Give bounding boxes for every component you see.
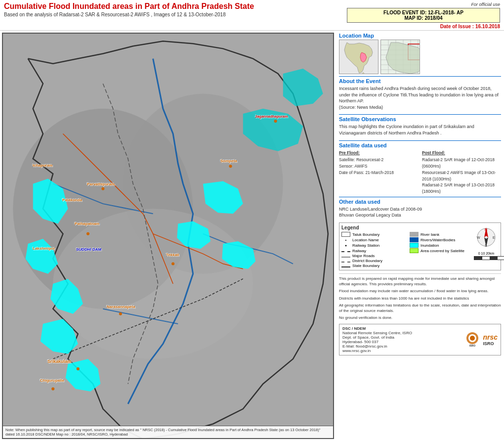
flood-event-box: FLOOD EVENT ID: 12-FL-2018- AP MAP ID: 2…	[347, 8, 500, 23]
other-data-title: Other data used	[339, 199, 501, 205]
label-pathapatnam: Pathapatnam	[75, 221, 99, 226]
pre-flood-col: Pre Flood: Satellite: Resourcesat-2 Sens…	[339, 150, 418, 195]
map-background: Srikakulam Narasannapeta Palakonda Patha…	[3, 34, 333, 438]
river-bank-symbol	[410, 232, 419, 237]
footer-org-info: DSC / NDEM National Remote Sensing Centr…	[342, 326, 412, 353]
footer-city: Hyderabad- 500 037	[342, 340, 412, 344]
isro-emblem: ISRO	[465, 331, 480, 349]
flood-event-id: FLOOD EVENT ID: 12-FL-2018- AP	[350, 10, 497, 15]
railway-station-label: Railway Station	[352, 243, 379, 248]
inundation-label: Inundation	[420, 243, 439, 248]
label-palakonda: Palakonda	[62, 198, 82, 202]
satellite-name: Satellite: Resourcesat-2	[339, 157, 418, 163]
other-data-section: Other data used NRC Landuse/Landcover Da…	[339, 199, 501, 220]
footer-org2: Dept. of Space, Govt. of India	[342, 335, 412, 340]
legend-grid: Taluk Boundary River bank • Location Nam…	[341, 232, 474, 268]
label-lakshmi: Lakshmipur	[33, 246, 55, 251]
disclaimer-section: This product is prepared on rapid mappin…	[339, 273, 501, 322]
label-srikakulam: Srikakulam	[47, 359, 71, 364]
sensor-name: Sensor: AWiFS	[339, 163, 418, 170]
footer-website: www.nrsc.gov.in	[342, 349, 412, 353]
legend-inundation: Inundation	[410, 243, 474, 248]
district-boundary-label: District Boundary	[352, 259, 382, 263]
nrsc-logo: nrsc ISRO	[483, 333, 498, 346]
post-flood-col: Post Flood: Radarsat-2 SAR Image of 12-O…	[422, 150, 501, 195]
railway-symbol	[341, 251, 350, 252]
legend-taluk-boundary: Taluk Boundary	[341, 232, 406, 237]
right-panel: Location Map	[336, 31, 504, 441]
map-id: MAP ID: 2018/04	[350, 15, 497, 21]
other-data-line2: Bhuvan Geoportal Legacy Data	[339, 212, 501, 219]
divider-sat-data	[339, 140, 501, 141]
post-flood-line3: Radarsat-2 SAR Image of 13-Oct-2018 (180…	[422, 182, 501, 195]
location-name-symbol: •	[341, 237, 350, 242]
legend-box: Legend Taluk Boundary River bank	[339, 222, 501, 270]
location-map-images	[339, 40, 501, 74]
location-name-label: Location Name	[352, 238, 379, 242]
label-tekkali: Tekkali	[166, 253, 179, 257]
pre-flood-label: Pre Flood:	[339, 150, 418, 156]
state-boundary-label: State Boundary	[352, 264, 379, 268]
divider-about	[339, 76, 501, 77]
railway-station-symbol: ▪	[341, 243, 350, 248]
header-left: Cumulative Flood Inundated areas in Part…	[4, 2, 347, 17]
legend-major-roads: Major Roads	[341, 254, 406, 258]
about-event-section: About the Event Incessant rains lashed A…	[339, 78, 501, 112]
river-bank-label: River bank	[420, 232, 439, 237]
railway-label: Railway	[352, 249, 366, 253]
disclaimer-3: Districts with inundation less than 1000…	[339, 296, 501, 301]
scale-bar	[474, 256, 504, 260]
divider-other-data	[339, 197, 501, 197]
date-issue: Date of Issue : 16.10.2018	[347, 24, 500, 29]
satellite-data-section: Satellite data used Pre Flood: Satellite…	[339, 142, 501, 195]
legend-state-boundary: State Boundary	[341, 264, 406, 268]
taluk-boundary-label: Taluk Boundary	[352, 232, 379, 237]
location-map-title: Location Map	[339, 33, 501, 39]
header-right: For official use FLOOD EVENT ID: 12-FL-2…	[347, 2, 500, 29]
legend-title: Legend	[341, 225, 474, 230]
disclaimer-1: This product is prepared on rapid mappin…	[339, 276, 501, 287]
svg-point-6	[51, 388, 54, 391]
major-roads-symbol	[341, 257, 350, 258]
district-boundary-symbol	[341, 262, 350, 263]
satellite-area-symbol	[410, 248, 419, 253]
svg-text:W: W	[477, 236, 480, 239]
india-map-image	[339, 40, 378, 74]
grid-map-image	[380, 40, 420, 74]
grid-svg	[381, 40, 420, 74]
label-chigurupalle: Chigurupalle	[40, 378, 64, 383]
location-map-section: Location Map	[339, 33, 501, 74]
header: Cumulative Flood Inundated areas in Part…	[0, 0, 504, 31]
svg-text:ISRO: ISRO	[469, 344, 475, 347]
svg-point-35	[470, 336, 475, 341]
legend-inner: Legend Taluk Boundary River bank	[341, 225, 499, 268]
isro-emblem-svg: ISRO	[465, 331, 480, 348]
satellite-area-label: Area covered by Satellite	[420, 249, 464, 253]
satellite-obs-title: Satellite Observations	[339, 116, 501, 122]
main-content: Srikakulam Narasannapeta Palakonda Patha…	[0, 31, 504, 441]
scale-label: 0 10 20km	[474, 252, 499, 255]
compass-section: N S W E 0 10 20km	[474, 225, 499, 260]
legend-satellite-area: Area covered by Satellite	[410, 248, 474, 253]
label-narasannapeta: Narasannapeta	[107, 305, 135, 309]
legend-railway-station: ▪ Railway Station	[341, 243, 406, 248]
state-boundary-symbol	[341, 266, 350, 267]
svg-point-8	[171, 263, 174, 265]
legend-river-bank: River bank	[410, 232, 474, 237]
svg-point-11	[274, 120, 277, 123]
other-data-line1: NRC Landuse/Landcover Data of 2008-09	[339, 206, 501, 213]
satellite-obs-section: Satellite Observations This map highligh…	[339, 116, 501, 138]
legend-location-name: • Location Name	[341, 237, 406, 242]
map-panel: Srikakulam Narasannapeta Palakonda Patha…	[2, 33, 334, 439]
satellite-data-grid: Pre Flood: Satellite: Resourcesat-2 Sens…	[339, 150, 501, 195]
about-event-body: Incessant rains lashed Andhra Pradesh du…	[339, 86, 501, 110]
label-suddhi-dam: SUDDHI DAM	[76, 247, 101, 252]
satellite-data-title: Satellite data used	[339, 142, 501, 148]
footer-org1: National Remote Sensing Centre, ISRO	[342, 331, 412, 335]
legend-rivers: Rivers/WaterBodies	[410, 237, 474, 242]
svg-point-3	[53, 209, 253, 359]
legend-district-boundary: District Boundary	[341, 259, 406, 263]
rivers-symbol	[410, 237, 419, 242]
svg-point-4	[77, 367, 80, 370]
footer-email: E-Mail: flood@nrsc.gov.in	[342, 344, 412, 349]
